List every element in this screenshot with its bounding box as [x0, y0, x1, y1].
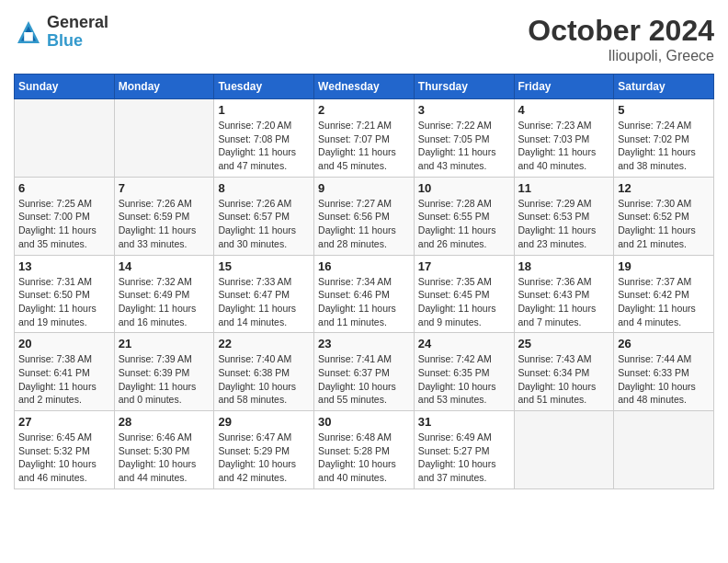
calendar-cell: 15Sunrise: 7:33 AMSunset: 6:47 PMDayligh… — [214, 255, 314, 333]
day-number: 25 — [518, 337, 610, 350]
day-info: Sunrise: 7:32 AMSunset: 6:49 PMDaylight:… — [119, 275, 210, 329]
calendar-cell: 9Sunrise: 7:27 AMSunset: 6:56 PMDaylight… — [314, 177, 415, 255]
calendar-cell: 3Sunrise: 7:22 AMSunset: 7:05 PMDaylight… — [414, 99, 514, 178]
day-info: Sunrise: 7:27 AMSunset: 6:56 PMDaylight:… — [318, 197, 410, 251]
calendar-cell — [114, 99, 214, 178]
calendar-cell: 25Sunrise: 7:43 AMSunset: 6:34 PMDayligh… — [514, 333, 614, 411]
weekday-header-friday: Friday — [514, 75, 614, 99]
calendar-cell: 8Sunrise: 7:26 AMSunset: 6:57 PMDaylight… — [214, 177, 314, 255]
day-number: 20 — [18, 337, 110, 350]
day-number: 3 — [418, 103, 510, 117]
calendar-week-1: 1Sunrise: 7:20 AMSunset: 7:08 PMDaylight… — [15, 99, 714, 178]
calendar-cell: 19Sunrise: 7:37 AMSunset: 6:42 PMDayligh… — [614, 255, 714, 333]
calendar-cell: 30Sunrise: 6:48 AMSunset: 5:28 PMDayligh… — [314, 411, 415, 489]
calendar-cell: 6Sunrise: 7:25 AMSunset: 7:00 PMDaylight… — [15, 177, 115, 255]
calendar-cell: 7Sunrise: 7:26 AMSunset: 6:59 PMDaylight… — [114, 177, 214, 255]
day-info: Sunrise: 7:31 AMSunset: 6:50 PMDaylight:… — [18, 275, 110, 329]
day-number: 24 — [418, 337, 510, 350]
weekday-header-saturday: Saturday — [614, 75, 714, 99]
day-info: Sunrise: 7:25 AMSunset: 7:00 PMDaylight:… — [18, 197, 110, 251]
day-info: Sunrise: 7:44 AMSunset: 6:33 PMDaylight:… — [618, 352, 710, 407]
day-info: Sunrise: 7:23 AMSunset: 7:03 PMDaylight:… — [518, 119, 610, 173]
day-info: Sunrise: 7:42 AMSunset: 6:35 PMDaylight:… — [418, 352, 510, 407]
logo-text: General Blue — [47, 14, 108, 51]
day-info: Sunrise: 7:28 AMSunset: 6:55 PMDaylight:… — [418, 197, 510, 251]
logo: General Blue — [14, 14, 108, 51]
day-info: Sunrise: 7:39 AMSunset: 6:39 PMDaylight:… — [119, 352, 210, 407]
calendar-cell: 13Sunrise: 7:31 AMSunset: 6:50 PMDayligh… — [15, 255, 115, 333]
day-number: 31 — [418, 415, 510, 429]
day-number: 16 — [318, 259, 410, 273]
calendar-cell: 24Sunrise: 7:42 AMSunset: 6:35 PMDayligh… — [414, 333, 514, 411]
day-number: 23 — [318, 337, 410, 350]
day-number: 12 — [618, 181, 710, 195]
day-info: Sunrise: 7:22 AMSunset: 7:05 PMDaylight:… — [418, 119, 510, 173]
day-number: 2 — [318, 103, 410, 117]
calendar-week-4: 20Sunrise: 7:38 AMSunset: 6:41 PMDayligh… — [15, 333, 714, 411]
day-number: 7 — [119, 181, 210, 195]
logo-line2: Blue — [47, 32, 108, 51]
day-number: 26 — [618, 337, 710, 350]
day-number: 11 — [518, 181, 610, 195]
day-number: 28 — [119, 415, 210, 429]
calendar-cell — [15, 99, 115, 178]
logo-icon — [14, 17, 43, 47]
day-number: 6 — [18, 181, 110, 195]
calendar-cell: 29Sunrise: 6:47 AMSunset: 5:29 PMDayligh… — [214, 411, 314, 489]
day-info: Sunrise: 7:26 AMSunset: 6:57 PMDaylight:… — [218, 197, 310, 251]
day-number: 22 — [218, 337, 310, 350]
calendar-cell: 23Sunrise: 7:41 AMSunset: 6:37 PMDayligh… — [314, 333, 415, 411]
weekday-header-wednesday: Wednesday — [314, 75, 415, 99]
day-number: 15 — [218, 259, 310, 273]
day-info: Sunrise: 6:49 AMSunset: 5:27 PMDaylight:… — [418, 431, 510, 485]
day-info: Sunrise: 7:35 AMSunset: 6:45 PMDaylight:… — [418, 275, 510, 329]
day-number: 5 — [618, 103, 710, 117]
day-info: Sunrise: 7:24 AMSunset: 7:02 PMDaylight:… — [618, 119, 710, 173]
calendar-cell: 18Sunrise: 7:36 AMSunset: 6:43 PMDayligh… — [514, 255, 614, 333]
calendar-header: SundayMondayTuesdayWednesdayThursdayFrid… — [15, 75, 714, 99]
day-info: Sunrise: 7:38 AMSunset: 6:41 PMDaylight:… — [18, 352, 110, 407]
weekday-header-thursday: Thursday — [414, 75, 514, 99]
calendar-cell — [614, 411, 714, 489]
calendar-cell: 20Sunrise: 7:38 AMSunset: 6:41 PMDayligh… — [15, 333, 115, 411]
calendar-table: SundayMondayTuesdayWednesdayThursdayFrid… — [14, 74, 714, 489]
day-info: Sunrise: 7:41 AMSunset: 6:37 PMDaylight:… — [318, 352, 410, 407]
day-info: Sunrise: 6:45 AMSunset: 5:32 PMDaylight:… — [18, 431, 110, 485]
day-info: Sunrise: 6:48 AMSunset: 5:28 PMDaylight:… — [318, 431, 410, 485]
calendar-cell: 5Sunrise: 7:24 AMSunset: 7:02 PMDaylight… — [614, 99, 714, 178]
day-info: Sunrise: 7:26 AMSunset: 6:59 PMDaylight:… — [119, 197, 210, 251]
calendar-cell: 26Sunrise: 7:44 AMSunset: 6:33 PMDayligh… — [614, 333, 714, 411]
weekday-header-sunday: Sunday — [15, 75, 115, 99]
day-number: 1 — [218, 103, 310, 117]
day-info: Sunrise: 7:29 AMSunset: 6:53 PMDaylight:… — [518, 197, 610, 251]
day-number: 13 — [18, 259, 110, 273]
day-info: Sunrise: 7:21 AMSunset: 7:07 PMDaylight:… — [318, 119, 410, 173]
calendar-cell: 31Sunrise: 6:49 AMSunset: 5:27 PMDayligh… — [414, 411, 514, 489]
day-info: Sunrise: 7:33 AMSunset: 6:47 PMDaylight:… — [218, 275, 310, 329]
logo-line1: General — [47, 14, 108, 32]
day-number: 29 — [218, 415, 310, 429]
day-info: Sunrise: 7:37 AMSunset: 6:42 PMDaylight:… — [618, 275, 710, 329]
day-number: 30 — [318, 415, 410, 429]
title-block: October 2024 Ilioupoli, Greece — [528, 14, 714, 64]
day-info: Sunrise: 7:30 AMSunset: 6:52 PMDaylight:… — [618, 197, 710, 251]
calendar-cell: 12Sunrise: 7:30 AMSunset: 6:52 PMDayligh… — [614, 177, 714, 255]
calendar-cell: 4Sunrise: 7:23 AMSunset: 7:03 PMDaylight… — [514, 99, 614, 178]
calendar-cell: 21Sunrise: 7:39 AMSunset: 6:39 PMDayligh… — [114, 333, 214, 411]
calendar-cell: 17Sunrise: 7:35 AMSunset: 6:45 PMDayligh… — [414, 255, 514, 333]
day-info: Sunrise: 7:34 AMSunset: 6:46 PMDaylight:… — [318, 275, 410, 329]
day-number: 18 — [518, 259, 610, 273]
day-info: Sunrise: 7:43 AMSunset: 6:34 PMDaylight:… — [518, 352, 610, 407]
calendar-cell: 1Sunrise: 7:20 AMSunset: 7:08 PMDaylight… — [214, 99, 314, 178]
day-info: Sunrise: 6:46 AMSunset: 5:30 PMDaylight:… — [119, 431, 210, 485]
day-number: 17 — [418, 259, 510, 273]
day-number: 27 — [18, 415, 110, 429]
day-number: 19 — [618, 259, 710, 273]
calendar-cell: 22Sunrise: 7:40 AMSunset: 6:38 PMDayligh… — [214, 333, 314, 411]
day-number: 21 — [119, 337, 210, 350]
calendar-cell: 14Sunrise: 7:32 AMSunset: 6:49 PMDayligh… — [114, 255, 214, 333]
day-info: Sunrise: 6:47 AMSunset: 5:29 PMDaylight:… — [218, 431, 310, 485]
calendar-cell: 10Sunrise: 7:28 AMSunset: 6:55 PMDayligh… — [414, 177, 514, 255]
day-number: 9 — [318, 181, 410, 195]
calendar-cell: 28Sunrise: 6:46 AMSunset: 5:30 PMDayligh… — [114, 411, 214, 489]
